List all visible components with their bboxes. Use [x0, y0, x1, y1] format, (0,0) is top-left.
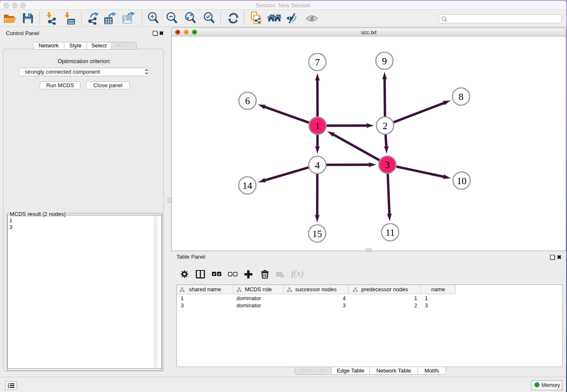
- svg-text:9: 9: [382, 56, 387, 66]
- svg-text:15: 15: [312, 229, 322, 239]
- svg-text:2: 2: [383, 121, 388, 131]
- svg-text:4: 4: [315, 160, 320, 171]
- svg-text:7: 7: [315, 57, 320, 68]
- svg-text:1: 1: [315, 121, 320, 131]
- svg-text:11: 11: [385, 227, 395, 238]
- svg-text:10: 10: [457, 176, 467, 186]
- svg-text:14: 14: [242, 180, 253, 191]
- svg-text:6: 6: [245, 96, 250, 106]
- svg-text:3: 3: [385, 160, 390, 170]
- svg-text:8: 8: [459, 91, 464, 102]
